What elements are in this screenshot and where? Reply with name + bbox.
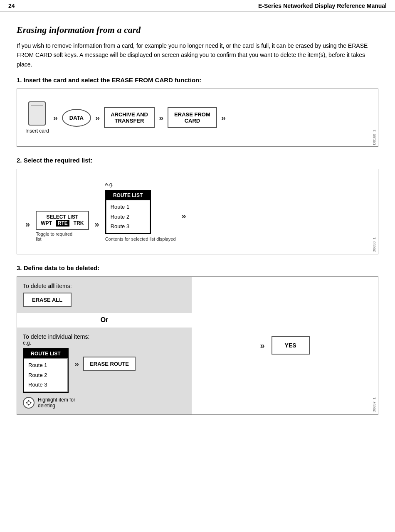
step3-heading: 3. Define data to be deleted: (17, 264, 378, 271)
page-header: 24 E-Series Networked Display Reference … (0, 0, 395, 12)
route-list-step3: ROUTE LIST Route 1 Route 2 Route 3 (23, 348, 69, 392)
route3-step2: Route 3 (111, 222, 146, 231)
arrow1: » (53, 113, 58, 123)
step3-diagram: To delete all items: ERASE ALL Or To del… (17, 276, 378, 414)
delete-individual-section: To delete individual items: e.g. ROUTE L… (17, 328, 192, 414)
or-divider: Or (17, 313, 192, 327)
data-button[interactable]: DATA (62, 109, 91, 127)
arrow2: » (95, 113, 100, 123)
archive-transfer-button[interactable]: ARCHIVE AND TRANSFER (104, 107, 155, 128)
section-heading: Erasing information from a card (17, 25, 378, 35)
step3-right-panel: » YES (192, 277, 378, 414)
page-number: 24 (8, 2, 15, 9)
wpt-label: WPT (41, 220, 52, 226)
step1-heading: 1. Insert the card and select the ERASE … (17, 76, 378, 84)
select-list-options: WPT RTE TRK (41, 220, 84, 227)
step2-heading: 2. Select the required list: (17, 157, 378, 164)
nav-arrows-icon (25, 399, 32, 406)
step3-left-panel: To delete all items: ERASE ALL Or To del… (17, 277, 192, 414)
step2-arrow3: » (182, 211, 186, 221)
route-list-step2: ROUTE LIST Route 1 Route 2 Route 3 (105, 190, 151, 234)
route-list-header-step2: ROUTE LIST (106, 191, 150, 200)
step2-diagram: » SELECT LIST WPT RTE TRK Toggle to (17, 169, 378, 254)
erase-route-button[interactable]: ERASE ROUTE (83, 357, 136, 371)
step3-arrow1: » (74, 359, 79, 369)
svg-marker-3 (30, 401, 32, 404)
card-illustration: Insert card (25, 101, 49, 134)
contents-caption: Contents for selected list displayed (105, 236, 176, 241)
arrow4: » (221, 113, 226, 123)
eg-label-step2: e.g. (105, 182, 114, 187)
route-list-items-step2: Route 1 Route 2 Route 3 (106, 200, 150, 233)
main-content: Erasing information from a card If you w… (0, 12, 395, 437)
arrow3: » (159, 113, 163, 123)
insert-card-label: Insert card (25, 128, 49, 134)
yes-button[interactable]: YES (272, 336, 310, 355)
route3-step3: Route 3 (28, 380, 63, 389)
route-list-items-step3: Route 1 Route 2 Route 3 (24, 358, 68, 392)
trk-label: TRK (74, 220, 84, 226)
svg-marker-0 (27, 400, 30, 401)
highlight-icon (23, 397, 35, 409)
route-list-header-step3: ROUTE LIST (24, 349, 68, 358)
step1-diagram: Insert card » DATA » ARCHIVE AND TRANSFE… (17, 89, 378, 147)
diag-id-1: D8168_1 (372, 130, 376, 145)
route1-step2: Route 1 (111, 202, 146, 212)
diag-id-2: D8653_1 (372, 237, 376, 253)
route2-step3: Route 2 (28, 370, 63, 380)
delete-individual-label: To delete individual items: (23, 333, 186, 340)
diag-id-3: D8657_1 (372, 397, 376, 413)
rte-label: RTE (56, 220, 71, 226)
svg-marker-1 (27, 404, 30, 406)
route2-step2: Route 2 (111, 212, 146, 222)
select-list-line1: SELECT LIST (41, 214, 84, 220)
step2-arrow1: » (25, 219, 30, 229)
route1-step3: Route 1 (28, 360, 63, 370)
body-text: If you wish to remove information from a… (17, 41, 378, 69)
step3-arrow2: » (260, 341, 264, 350)
erase-from-card-button[interactable]: ERASE FROM CARD (168, 107, 217, 128)
select-list-button[interactable]: SELECT LIST WPT RTE TRK (36, 211, 89, 230)
step2-arrow2: » (95, 219, 99, 229)
toggle-caption: Toggle to required list (36, 232, 72, 241)
card-shape (28, 101, 46, 126)
svg-marker-2 (26, 401, 27, 404)
eg-label-step3: e.g. (23, 340, 186, 346)
delete-all-label: To delete all items: (23, 283, 186, 289)
erase-all-button[interactable]: ERASE ALL (23, 293, 72, 307)
step1-flow: Insert card » DATA » ARCHIVE AND TRANSFE… (25, 97, 370, 138)
manual-title: E-Series Networked Display Reference Man… (258, 2, 387, 9)
highlight-caption: Highlight item for deleting (38, 397, 75, 409)
delete-all-section: To delete all items: ERASE ALL (17, 277, 192, 313)
step3-row: To delete all items: ERASE ALL Or To del… (17, 277, 378, 414)
